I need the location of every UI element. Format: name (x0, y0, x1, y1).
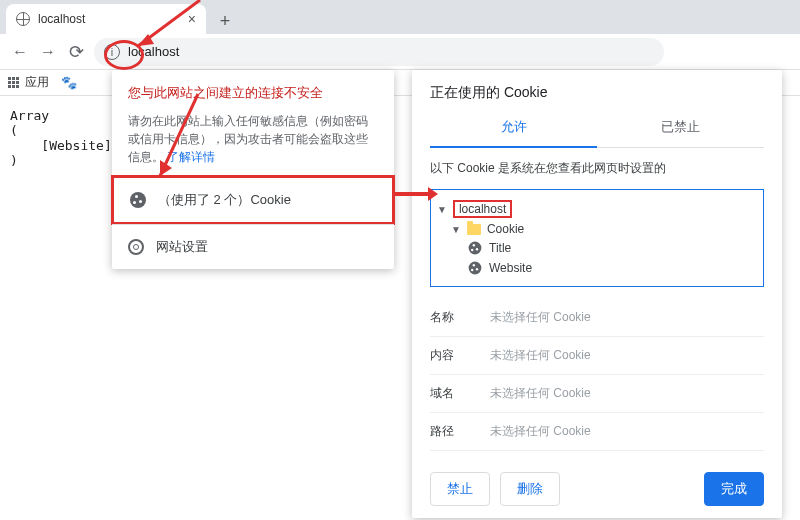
new-tab-button[interactable]: + (212, 8, 238, 34)
cookie-item-label: Website (489, 261, 532, 275)
cookies-dialog-footer: 禁止 删除 完成 (412, 460, 782, 518)
apps-shortcut[interactable]: 应用 (8, 74, 49, 91)
tree-host-label: localhost (453, 200, 512, 218)
tab-block[interactable]: 已禁止 (597, 108, 764, 147)
site-settings-row[interactable]: 网站设置 (112, 224, 394, 269)
back-button[interactable]: ← (6, 38, 34, 66)
annotation-arrow-to-cookie (150, 90, 210, 190)
cookies-tree: ▼ localhost ▼ Cookie Title Website (430, 189, 764, 287)
reload-button[interactable]: ⟳ (62, 38, 90, 66)
tree-cookie-item[interactable]: Website (437, 258, 757, 278)
svg-line-2 (160, 94, 198, 176)
cookie-icon (469, 262, 482, 275)
tree-host[interactable]: ▼ localhost (437, 198, 757, 220)
detail-domain-label: 域名 (430, 385, 490, 402)
detail-name-value: 未选择任何 Cookie (490, 309, 591, 326)
forward-button[interactable]: → (34, 38, 62, 66)
cookie-details: 名称未选择任何 Cookie 内容未选择任何 Cookie 域名未选择任何 Co… (430, 299, 764, 460)
site-settings-label: 网站设置 (156, 238, 208, 256)
cookie-item-label: Title (489, 241, 511, 255)
globe-icon (16, 12, 30, 26)
apps-label: 应用 (25, 74, 49, 91)
detail-domain-value: 未选择任何 Cookie (490, 385, 591, 402)
gear-icon (128, 239, 144, 255)
cookie-icon (130, 192, 146, 208)
tab-allow[interactable]: 允许 (430, 108, 597, 148)
block-button[interactable]: 禁止 (430, 472, 490, 506)
annotation-arrow-diagonal (120, 0, 210, 56)
cookie-icon (469, 242, 482, 255)
annotation-arrow-right (394, 192, 428, 196)
chevron-down-icon: ▼ (437, 204, 447, 215)
detail-content-value: 未选择任何 Cookie (490, 347, 591, 364)
apps-icon (8, 77, 19, 88)
cookies-dialog-title: 正在使用的 Cookie (412, 70, 782, 108)
done-button[interactable]: 完成 (704, 472, 764, 506)
tree-folder[interactable]: ▼ Cookie (437, 220, 757, 238)
cookies-row-label: （使用了 2 个）Cookie (158, 191, 291, 209)
detail-path-value: 未选择任何 Cookie (490, 423, 591, 440)
delete-button[interactable]: 删除 (500, 472, 560, 506)
tab-title: localhost (38, 12, 85, 26)
detail-content-label: 内容 (430, 347, 490, 364)
detail-name-label: 名称 (430, 309, 490, 326)
tree-folder-label: Cookie (487, 222, 524, 236)
chevron-down-icon: ▼ (451, 224, 461, 235)
folder-icon (467, 224, 481, 235)
bookmark-icon[interactable]: 🐾 (61, 75, 77, 90)
cookies-description: 以下 Cookie 是系统在您查看此网页时设置的 (412, 148, 782, 189)
cookies-tabs: 允许 已禁止 (430, 108, 764, 148)
tree-cookie-item[interactable]: Title (437, 238, 757, 258)
detail-path-label: 路径 (430, 423, 490, 440)
cookies-dialog: 正在使用的 Cookie 允许 已禁止 以下 Cookie 是系统在您查看此网页… (412, 70, 782, 518)
